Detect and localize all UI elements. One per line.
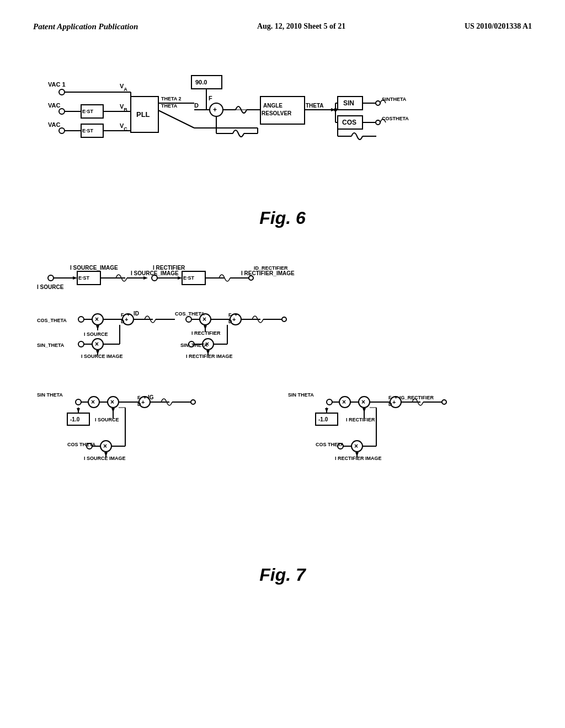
svg-text:ID: ID [134,311,139,317]
svg-text:SINTHETA: SINTHETA [382,97,407,102]
svg-text:F: F [228,312,232,318]
svg-text:I SOURCE: I SOURCE [95,417,119,422]
svg-text:COS_THETA: COS_THETA [37,318,67,323]
svg-text:×: × [354,442,358,450]
page: Patent Application Publication Aug. 12, … [0,0,565,728]
svg-text:D: D [137,402,141,407]
svg-text:+: + [213,106,217,114]
svg-marker-159 [77,408,80,413]
svg-text:VAC: VAC [48,121,60,128]
svg-point-148 [76,399,81,405]
svg-text:×: × [205,340,209,348]
header-left: Patent Application Publication [33,22,138,31]
svg-marker-198 [363,408,366,413]
svg-text:F: F [121,312,124,318]
svg-text:IG: IG [148,394,154,400]
svg-text:SIN_THETA: SIN_THETA [37,342,65,348]
svg-text:E·ST: E·ST [82,128,94,133]
svg-text:+: + [143,395,146,400]
svg-point-94 [78,317,84,322]
svg-text:×: × [202,315,206,323]
svg-point-0 [59,89,65,95]
header-right: US 2010/0201338 A1 [465,22,532,31]
svg-text:+: + [127,312,130,318]
header-center: Aug. 12, 2010 Sheet 5 of 21 [257,22,345,31]
svg-point-67 [334,108,337,111]
fig6-diagram: VAC 1 VAC E·ST VAC E·ST VA VB VC [45,48,520,202]
fig6-section: VAC 1 VAC E·ST VAC E·ST VA VB VC [33,48,532,239]
svg-text:SIN: SIN [343,99,354,107]
svg-text:ANGLE: ANGLE [263,103,282,109]
fig6-label: Fig. 6 [259,208,306,228]
svg-marker-85 [178,276,182,280]
svg-marker-162 [111,408,115,413]
svg-point-121 [186,317,191,322]
svg-text:+: + [234,312,237,318]
svg-text:E·ST: E·ST [183,275,195,281]
svg-text:I SOURCE IMAGE: I SOURCE IMAGE [84,456,126,461]
svg-text:×: × [110,398,114,406]
svg-point-3 [59,109,65,114]
svg-text:SIN THETA: SIN THETA [288,392,314,398]
svg-marker-128 [204,325,207,330]
fig7-label: Fig. 7 [259,565,306,585]
svg-text:+: + [395,395,397,400]
svg-text:THETA 2: THETA 2 [161,96,182,101]
svg-marker-81 [143,276,148,280]
svg-point-71 [48,275,54,281]
svg-text:-1.0: -1.0 [70,416,80,422]
svg-text:E·ST: E·ST [82,109,94,114]
svg-marker-101 [96,325,99,330]
svg-text:I SOURCE IMAGE: I SOURCE IMAGE [81,354,123,359]
page-header: Patent Application Publication Aug. 12, … [33,22,532,31]
svg-marker-195 [325,408,328,413]
svg-text:I SOURCE_IMAGE: I SOURCE_IMAGE [70,265,118,271]
svg-text:I RECTIFIER IMAGE: I RECTIFIER IMAGE [186,354,233,359]
svg-text:I RECTIFIER_IMAGE: I RECTIFIER_IMAGE [241,270,295,276]
svg-text:I RECTIFIER: I RECTIFIER [346,417,375,422]
svg-text:E·ST: E·ST [78,275,90,281]
svg-text:×: × [361,398,365,406]
svg-text:×: × [342,398,346,406]
svg-text:I SOURCE: I SOURCE [37,284,64,290]
fig7-diagram: I SOURCE E·ST I SOURCE_IMAGE I SOURCE_IM… [34,250,531,559]
svg-text:×: × [95,315,99,323]
svg-text:I RECTIFIER IMAGE: I RECTIFIER IMAGE [335,456,382,461]
svg-text:THETA: THETA [161,103,178,109]
svg-text:×: × [95,340,99,348]
svg-text:THETA: THETA [306,103,324,109]
svg-text:D: D [121,319,125,324]
svg-text:D: D [194,102,199,109]
svg-text:COSTHETA: COSTHETA [382,116,409,121]
svg-point-136 [282,317,286,322]
svg-point-63 [376,120,380,125]
svg-text:PLL: PLL [136,110,150,119]
svg-text:F: F [137,395,141,400]
svg-point-171 [191,400,195,404]
svg-point-57 [376,101,380,105]
svg-text:D: D [388,402,392,407]
svg-text:×: × [91,398,95,406]
svg-point-184 [327,399,332,405]
svg-text:I SOURCE: I SOURCE [84,331,108,337]
svg-text:-1.0: -1.0 [318,416,328,422]
svg-text:I RECTIFIER: I RECTIFIER [191,330,221,336]
svg-point-207 [442,400,446,404]
svg-text:F: F [388,395,392,400]
svg-text:D: D [228,319,232,324]
svg-text:F: F [209,95,212,101]
svg-point-9 [59,128,65,133]
svg-text:90.0: 90.0 [195,79,207,85]
svg-text:RESOLVER: RESOLVER [262,110,292,116]
svg-text:COS THETA: COS THETA [316,442,344,447]
svg-text:I RECTIFIER: I RECTIFIER [153,265,185,271]
svg-text:COS: COS [342,119,356,126]
svg-text:×: × [103,442,107,450]
svg-point-90 [249,276,253,280]
svg-text:ID_RECTIFIER: ID_RECTIFIER [254,265,288,271]
svg-text:SIN THETA: SIN THETA [37,392,63,398]
svg-marker-74 [73,276,77,280]
svg-line-28 [158,110,194,128]
svg-text:VA: VA [120,83,127,92]
svg-text:VAC 1: VAC 1 [48,81,66,88]
